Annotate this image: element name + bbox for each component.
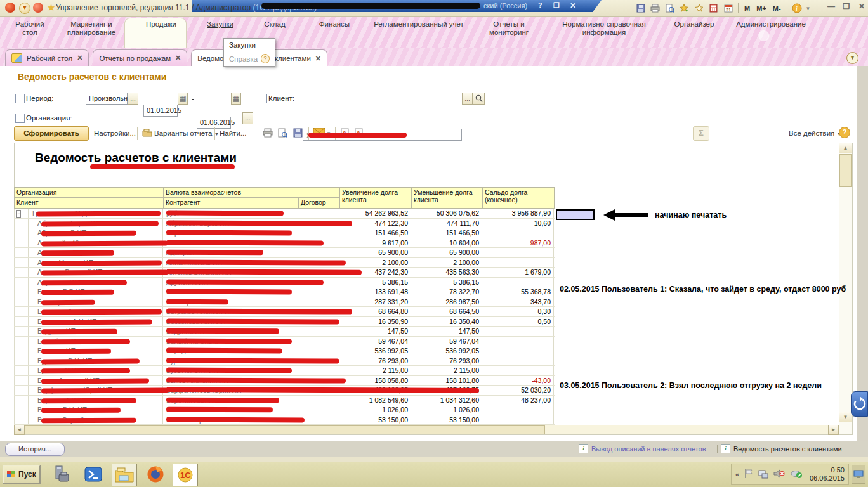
balance-cell[interactable] bbox=[482, 327, 554, 336]
section-tab[interactable]: Закупки bbox=[198, 20, 242, 29]
balance-cell[interactable] bbox=[482, 405, 554, 415]
increase-cell[interactable]: 536 992,05 bbox=[339, 346, 411, 356]
overlay-help-icon[interactable]: ? bbox=[538, 1, 542, 9]
save-icon[interactable] bbox=[635, 3, 647, 15]
taskbar-item-explorer[interactable] bbox=[112, 464, 137, 486]
increase-cell[interactable]: 53 150,00 bbox=[339, 415, 411, 425]
balance-cell[interactable]: 10,60 bbox=[482, 219, 554, 228]
balance-cell[interactable]: 343,70 bbox=[482, 297, 554, 307]
contract-cell[interactable] bbox=[298, 228, 339, 238]
taskbar-clock[interactable]: 0:5006.06.2015 bbox=[810, 466, 845, 483]
taskbar-item-system-tool[interactable] bbox=[49, 464, 74, 485]
scroll-left-icon[interactable]: ◄ bbox=[14, 425, 25, 435]
balance-cell[interactable] bbox=[482, 248, 554, 257]
tray-expand-icon[interactable]: « bbox=[735, 471, 739, 478]
balance-cell[interactable] bbox=[482, 356, 554, 366]
organization-select-button[interactable]: ... bbox=[242, 112, 253, 124]
increase-cell[interactable]: 2 115,00 bbox=[339, 366, 411, 375]
tab-close-icon[interactable]: ✕ bbox=[77, 54, 82, 62]
decrease-cell[interactable]: 474 111,70 bbox=[411, 219, 482, 228]
record-icon[interactable] bbox=[33, 3, 43, 13]
contract-cell[interactable] bbox=[298, 327, 339, 336]
contract-cell[interactable] bbox=[298, 366, 339, 375]
favorite-icon[interactable] bbox=[693, 3, 705, 15]
contract-cell[interactable] bbox=[298, 209, 339, 218]
tray-flag-icon[interactable] bbox=[744, 469, 753, 480]
date-from-field[interactable]: 01.01.2015 bbox=[143, 105, 178, 117]
period-checkbox[interactable] bbox=[15, 94, 25, 103]
increase-cell[interactable]: 65 900,00 bbox=[339, 248, 411, 257]
balance-cell[interactable] bbox=[482, 228, 554, 238]
client-select-button[interactable]: ... bbox=[462, 93, 473, 105]
section-tab[interactable]: Органайзер bbox=[666, 20, 722, 29]
info-icon[interactable]: i bbox=[791, 3, 803, 15]
group-collapse-icon[interactable]: − bbox=[16, 210, 21, 218]
decrease-cell[interactable]: 59 467,04 bbox=[411, 337, 482, 346]
dropdown-circle-icon[interactable]: ▾ bbox=[19, 3, 30, 14]
chevron-down-icon[interactable]: ▼ bbox=[806, 6, 811, 11]
decrease-cell[interactable]: 68 664,50 bbox=[411, 307, 482, 316]
scroll-down-icon[interactable]: ▼ bbox=[839, 412, 852, 422]
vertical-scrollbar-thumb[interactable] bbox=[839, 154, 852, 187]
decrease-cell[interactable]: 53 150,00 bbox=[411, 415, 482, 425]
section-tab[interactable]: Склад bbox=[251, 20, 298, 29]
history-button[interactable]: История... bbox=[5, 443, 65, 456]
balance-cell[interactable] bbox=[482, 415, 554, 425]
descriptions-link[interactable]: Вывод описаний в панелях отчетов bbox=[591, 445, 706, 453]
decrease-cell[interactable]: 16 350,40 bbox=[411, 317, 482, 327]
contract-cell[interactable] bbox=[298, 248, 339, 257]
contract-cell[interactable] bbox=[298, 396, 339, 405]
decrease-cell[interactable]: 158 101,80 bbox=[411, 376, 482, 386]
restore-icon[interactable]: ❐ bbox=[841, 1, 852, 11]
balance-cell[interactable]: 55 368,78 bbox=[482, 287, 554, 297]
contract-cell[interactable] bbox=[298, 287, 339, 297]
sum-button[interactable]: Σ bbox=[693, 126, 709, 141]
section-tab[interactable]: Рабочий стол bbox=[10, 20, 49, 37]
balance-cell[interactable]: 0,50 bbox=[482, 317, 554, 327]
taskbar-item-firefox[interactable] bbox=[143, 464, 168, 485]
generate-report-button[interactable]: Сформировать bbox=[14, 126, 89, 141]
header-client[interactable]: Клиент bbox=[14, 197, 164, 209]
memory-m-button[interactable]: M bbox=[742, 4, 752, 12]
date-to-calendar-icon[interactable]: ▦ bbox=[231, 93, 241, 105]
tab-scroll-button[interactable]: ▼ bbox=[846, 52, 858, 64]
decrease-cell[interactable]: 151 466,50 bbox=[411, 228, 482, 238]
tray-volume-muted-icon[interactable] bbox=[773, 469, 785, 480]
increase-cell[interactable]: 2 100,00 bbox=[339, 258, 411, 268]
memory-mminus-button[interactable]: M- bbox=[771, 4, 783, 12]
document-tab[interactable]: Рабочий стол✕ bbox=[5, 49, 89, 66]
start-button[interactable]: Пуск bbox=[3, 465, 41, 484]
section-tab[interactable]: Нормативно-справочная информация bbox=[551, 20, 657, 37]
favorite-add-icon[interactable] bbox=[678, 3, 690, 15]
balance-cell[interactable]: -987,00 bbox=[482, 238, 554, 248]
date-from-calendar-icon[interactable]: ▦ bbox=[178, 93, 188, 105]
header-decrease[interactable]: Уменьшение долга клиента bbox=[411, 187, 483, 209]
save-icon[interactable] bbox=[293, 128, 303, 139]
help-button[interactable]: ? bbox=[839, 127, 850, 138]
overlay-restore-icon[interactable]: ❐ bbox=[553, 1, 560, 10]
header-contract[interactable]: Договор bbox=[298, 197, 340, 209]
menu-item-help[interactable]: Справка? bbox=[224, 51, 275, 66]
contract-cell[interactable] bbox=[298, 297, 339, 307]
increase-cell[interactable]: 158 058,80 bbox=[339, 376, 411, 386]
balance-cell[interactable]: 3 956 887,90 bbox=[482, 209, 554, 218]
scroll-right-icon[interactable]: ► bbox=[828, 425, 839, 435]
contract-cell[interactable] bbox=[298, 337, 339, 346]
increase-cell[interactable]: 59 467,04 bbox=[339, 337, 411, 346]
find-button[interactable]: Найти... bbox=[220, 129, 246, 137]
tray-network-icon[interactable] bbox=[758, 469, 768, 480]
preview-icon[interactable] bbox=[278, 128, 287, 139]
minimize-icon[interactable]: — bbox=[826, 1, 836, 11]
print-icon[interactable] bbox=[649, 3, 661, 15]
balance-cell[interactable] bbox=[482, 278, 554, 287]
decrease-cell[interactable]: 286 987,50 bbox=[411, 297, 482, 307]
decrease-cell[interactable]: 2 100,00 bbox=[411, 258, 482, 268]
section-tab[interactable]: Администрирование bbox=[731, 20, 811, 29]
date-to-field[interactable]: 01.06.2015 bbox=[197, 117, 231, 129]
contract-cell[interactable] bbox=[298, 405, 339, 415]
document-tab[interactable]: Отчеты по продажам✕ bbox=[93, 49, 187, 66]
decrease-cell[interactable]: 435 563,30 bbox=[411, 268, 482, 277]
increase-cell[interactable]: 5 386,15 bbox=[339, 278, 411, 287]
print-icon[interactable] bbox=[263, 128, 273, 139]
header-currency[interactable]: Валюта взаиморасчетов bbox=[163, 187, 340, 198]
